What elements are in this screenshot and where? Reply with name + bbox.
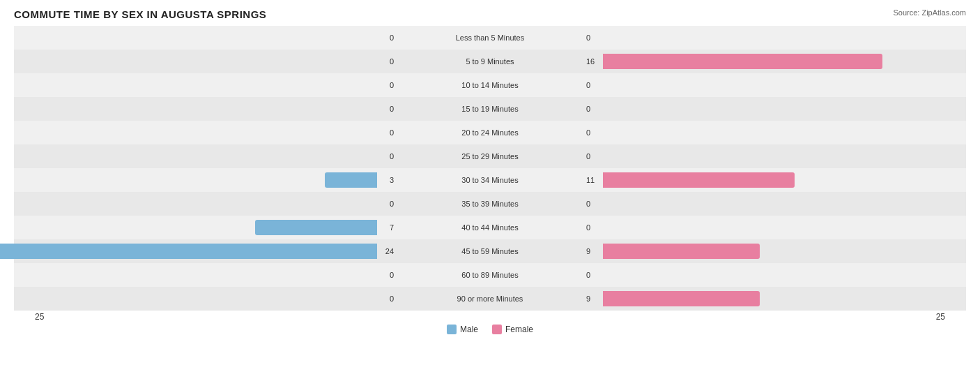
female-bar-section: 0 bbox=[547, 144, 966, 168]
male-value: 0 bbox=[390, 200, 394, 208]
female-bar bbox=[603, 54, 882, 69]
row-category-label: Less than 5 Minutes bbox=[433, 33, 547, 42]
male-label: Male bbox=[460, 325, 478, 334]
male-bar-section: 0 bbox=[14, 50, 433, 73]
legend-female: Female bbox=[492, 325, 533, 334]
female-value: 0 bbox=[586, 128, 590, 137]
female-value: 0 bbox=[586, 271, 590, 279]
male-value: 7 bbox=[390, 223, 394, 232]
male-bar-section: 0 bbox=[14, 73, 433, 97]
female-value: 0 bbox=[586, 223, 590, 232]
table-row: 2445 to 59 Minutes9 bbox=[14, 239, 966, 263]
table-row: 010 to 14 Minutes0 bbox=[14, 73, 966, 97]
male-bar-section: 0 bbox=[14, 97, 433, 121]
female-bar-section: 0 bbox=[547, 26, 966, 50]
male-value: 0 bbox=[390, 295, 394, 303]
female-value: 16 bbox=[586, 57, 595, 66]
table-row: 060 to 89 Minutes0 bbox=[14, 263, 966, 287]
row-category-label: 10 to 14 Minutes bbox=[433, 81, 547, 89]
row-category-label: 60 to 89 Minutes bbox=[433, 271, 547, 279]
female-swatch bbox=[492, 325, 502, 334]
chart-title: COMMUTE TIME BY SEX IN AUGUSTA SPRINGS bbox=[14, 8, 966, 20]
male-value: 0 bbox=[390, 128, 394, 137]
row-category-label: 45 to 59 Minutes bbox=[433, 247, 547, 255]
female-value: 0 bbox=[586, 81, 590, 89]
male-value: 0 bbox=[390, 81, 394, 89]
male-bar bbox=[0, 244, 377, 259]
male-bar-section: 0 bbox=[14, 287, 433, 311]
female-bar-section: 0 bbox=[547, 216, 966, 239]
row-category-label: 25 to 29 Minutes bbox=[433, 152, 547, 161]
row-category-label: 20 to 24 Minutes bbox=[433, 128, 547, 137]
table-row: 330 to 34 Minutes11 bbox=[14, 168, 966, 192]
bottom-right-label: 25 bbox=[936, 312, 945, 322]
male-value: 0 bbox=[390, 271, 394, 279]
row-category-label: 90 or more Minutes bbox=[433, 295, 547, 303]
bottom-left-label: 25 bbox=[35, 312, 44, 322]
male-value: 0 bbox=[390, 33, 394, 42]
female-value: 9 bbox=[586, 295, 590, 303]
male-bar-section: 24 bbox=[14, 239, 433, 263]
female-bar-section: 9 bbox=[547, 287, 966, 311]
male-bar-section: 3 bbox=[14, 168, 433, 192]
male-swatch bbox=[447, 325, 457, 334]
table-row: 740 to 44 Minutes0 bbox=[14, 216, 966, 239]
source-label: Source: ZipAtlas.com bbox=[893, 8, 966, 17]
female-bar-section: 0 bbox=[547, 263, 966, 287]
legend: Male Female bbox=[14, 325, 966, 334]
female-bar bbox=[603, 172, 795, 188]
male-bar bbox=[325, 172, 377, 188]
chart-container: COMMUTE TIME BY SEX IN AUGUSTA SPRINGS S… bbox=[0, 0, 980, 365]
male-value: 0 bbox=[390, 105, 394, 113]
table-row: 015 to 19 Minutes0 bbox=[14, 97, 966, 121]
row-category-label: 5 to 9 Minutes bbox=[433, 57, 547, 66]
female-bar-section: 11 bbox=[547, 168, 966, 192]
table-row: 025 to 29 Minutes0 bbox=[14, 144, 966, 168]
row-category-label: 30 to 34 Minutes bbox=[433, 176, 547, 184]
male-bar-section: 0 bbox=[14, 263, 433, 287]
male-bar-section: 0 bbox=[14, 192, 433, 216]
row-category-label: 15 to 19 Minutes bbox=[433, 105, 547, 113]
table-row: 0Less than 5 Minutes0 bbox=[14, 26, 966, 50]
row-category-label: 35 to 39 Minutes bbox=[433, 200, 547, 208]
female-value: 0 bbox=[586, 33, 590, 42]
male-bar-section: 7 bbox=[14, 216, 433, 239]
legend-male: Male bbox=[447, 325, 478, 334]
female-bar-section: 9 bbox=[547, 239, 966, 263]
chart-body: 0Less than 5 Minutes005 to 9 Minutes1601… bbox=[14, 26, 966, 311]
table-row: 05 to 9 Minutes16 bbox=[14, 50, 966, 73]
male-bar bbox=[255, 220, 377, 235]
female-value: 0 bbox=[586, 105, 590, 113]
row-category-label: 40 to 44 Minutes bbox=[433, 223, 547, 232]
female-bar-section: 0 bbox=[547, 73, 966, 97]
bottom-labels: 25 25 bbox=[14, 312, 966, 322]
male-value: 0 bbox=[390, 152, 394, 161]
female-bar-section: 0 bbox=[547, 97, 966, 121]
table-row: 020 to 24 Minutes0 bbox=[14, 121, 966, 144]
table-row: 090 or more Minutes9 bbox=[14, 287, 966, 311]
male-bar-section: 0 bbox=[14, 121, 433, 144]
female-bar bbox=[603, 244, 760, 259]
male-bar-section: 0 bbox=[14, 144, 433, 168]
female-value: 0 bbox=[586, 152, 590, 161]
table-row: 035 to 39 Minutes0 bbox=[14, 192, 966, 216]
female-value: 0 bbox=[586, 200, 590, 208]
male-value: 24 bbox=[385, 247, 394, 255]
male-value: 0 bbox=[390, 57, 394, 66]
female-label: Female bbox=[505, 325, 533, 334]
female-bar bbox=[603, 291, 760, 306]
male-value: 3 bbox=[390, 176, 394, 184]
female-bar-section: 0 bbox=[547, 192, 966, 216]
female-value: 11 bbox=[586, 176, 595, 184]
female-bar-section: 16 bbox=[547, 50, 966, 73]
male-bar-section: 0 bbox=[14, 26, 433, 50]
female-value: 9 bbox=[586, 247, 590, 255]
female-bar-section: 0 bbox=[547, 121, 966, 144]
